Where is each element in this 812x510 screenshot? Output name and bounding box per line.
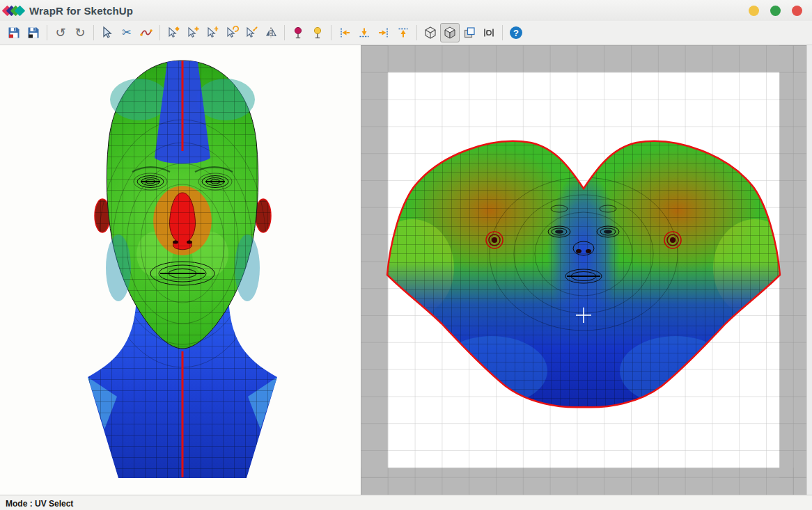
- align-top-icon: [397, 26, 409, 39]
- align-bottom-icon: [358, 26, 370, 39]
- weld-seam-button[interactable]: [136, 23, 156, 42]
- minimize-button[interactable]: [749, 6, 759, 16]
- distortion-scale-button[interactable]: [479, 23, 499, 42]
- content-area: [0, 45, 812, 495]
- align-right-icon: [377, 26, 390, 39]
- weld-icon: [139, 26, 153, 40]
- maximize-button[interactable]: [770, 6, 781, 16]
- unpin-icon: [311, 26, 325, 40]
- uv-editor-viewport[interactable]: [361, 45, 806, 495]
- window-controls: [749, 6, 805, 16]
- align-bottom-button[interactable]: [354, 23, 374, 42]
- view-shaded-icon: [443, 26, 457, 40]
- uv-move-tool-button[interactable]: [203, 23, 222, 42]
- align-top-button[interactable]: [393, 23, 413, 42]
- align-left-icon: [338, 26, 351, 39]
- window-title: WrapR for SketchUp: [29, 5, 133, 17]
- uv-rotate-tool-button[interactable]: [222, 23, 242, 42]
- scissors-icon: ✂: [122, 27, 131, 38]
- uv-add-icon: [186, 26, 200, 40]
- view-wireframe-icon: [423, 26, 437, 40]
- uv-select-tool-button[interactable]: [164, 23, 183, 42]
- redo-icon: ↻: [75, 26, 85, 39]
- toolbar-separator: [159, 25, 160, 40]
- uv-flip-icon: [264, 26, 278, 40]
- view-wireframe-button[interactable]: [421, 23, 440, 42]
- toolbar-separator: [284, 25, 285, 40]
- uv-add-select-button[interactable]: [183, 23, 203, 42]
- uv-overlay-icon: [462, 26, 476, 40]
- main-toolbar: ↺ ↻ ✂: [0, 21, 812, 45]
- select-tool-button[interactable]: [97, 23, 117, 42]
- save-icon: [7, 26, 21, 40]
- align-left-button[interactable]: [335, 23, 354, 42]
- wrapr-logo-icon: [7, 7, 24, 15]
- help-icon: ?: [510, 26, 522, 39]
- toolbar-separator: [331, 25, 331, 40]
- select-arrow-icon: [100, 26, 114, 40]
- uv-overlay-button[interactable]: [460, 23, 479, 42]
- distortion-scale-icon: [482, 26, 496, 40]
- toolbar-separator: [93, 25, 94, 40]
- model-3d-viewport[interactable]: [0, 45, 361, 495]
- undo-icon: ↺: [55, 26, 65, 39]
- toolbar-separator: [416, 25, 417, 40]
- cut-seam-button[interactable]: ✂: [117, 23, 136, 42]
- toolbar-separator: [502, 25, 503, 40]
- vertical-scrollbar[interactable]: [806, 45, 812, 495]
- app-window: WrapR for SketchUp: [0, 0, 812, 510]
- close-button[interactable]: [792, 6, 802, 16]
- uv-select-icon: [166, 26, 180, 40]
- align-right-button[interactable]: [374, 23, 393, 42]
- save-as-button[interactable]: [24, 23, 43, 42]
- save-button[interactable]: [4, 23, 24, 42]
- uv-editor-render: [361, 45, 806, 495]
- uv-rotate-icon: [225, 26, 239, 40]
- mode-status-label: Mode : UV Select: [6, 499, 73, 509]
- uv-move-icon: [205, 26, 219, 40]
- toolbar-separator: [47, 25, 47, 40]
- help-button[interactable]: ?: [506, 23, 526, 42]
- undo-button[interactable]: ↺: [51, 23, 70, 42]
- title-bar: WrapR for SketchUp: [0, 0, 812, 21]
- pin-icon: [291, 26, 305, 40]
- unpin-button[interactable]: [308, 23, 327, 42]
- head-model-render: [0, 45, 361, 495]
- ear-ring-right: [664, 232, 681, 248]
- redo-button[interactable]: ↻: [70, 23, 90, 42]
- view-shaded-button[interactable]: [440, 23, 460, 42]
- status-bar: Mode : UV Select: [0, 495, 812, 510]
- uv-flip-tool-button[interactable]: [261, 23, 281, 42]
- pin-button[interactable]: [288, 23, 308, 42]
- ear-ring-left: [486, 232, 503, 248]
- uv-scale-tool-button[interactable]: [242, 23, 261, 42]
- save-as-icon: [26, 26, 40, 40]
- uv-scale-icon: [244, 26, 258, 40]
